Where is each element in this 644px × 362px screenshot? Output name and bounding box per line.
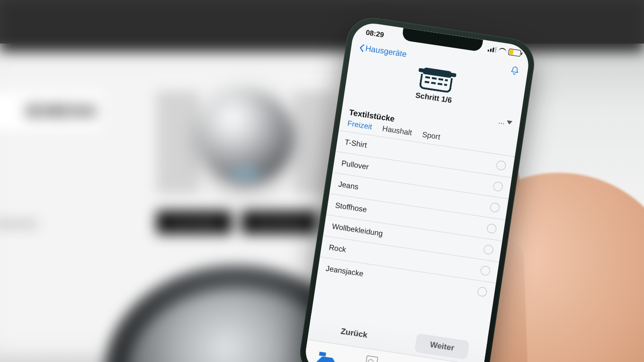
scene: IEMENS Less Ironing 60 Less Ironing 120 … — [0, 0, 644, 362]
chevron-left-icon — [358, 44, 365, 53]
back-step-button[interactable]: Zurück — [325, 320, 383, 347]
brand-plate: IEMENS — [0, 90, 104, 132]
brand-text: IEMENS — [25, 101, 97, 122]
list-item-label: Jeans — [338, 180, 359, 191]
status-time: 08:29 — [366, 28, 385, 38]
program-list-left — [156, 90, 199, 194]
laundry-basket-icon — [418, 67, 455, 93]
program-dial — [199, 90, 294, 185]
machine-button: Less Ironing 120 — [242, 211, 317, 234]
list-item-label: Jeansjacke — [325, 264, 364, 278]
home-icon — [316, 345, 340, 362]
list-item-label: Wollbekleidung — [331, 222, 384, 238]
radio-icon — [483, 244, 494, 255]
tab-sport[interactable]: Sport — [421, 130, 440, 141]
chevron-down-icon — [506, 120, 512, 125]
radio-icon — [490, 202, 501, 213]
next-step-button[interactable]: Weiter — [414, 333, 469, 360]
washer-icon — [365, 355, 378, 362]
isensoric-label: iSensoric — [0, 218, 38, 230]
more-label: ... — [498, 117, 505, 126]
cellular-icon — [488, 46, 497, 53]
list-item-label: Stoffhose — [335, 201, 367, 214]
radio-icon — [492, 181, 503, 192]
radio-icon — [480, 265, 491, 276]
tab-freizeit[interactable]: Freizeit — [347, 119, 373, 132]
radio-icon — [496, 160, 507, 171]
wifi-icon — [498, 47, 507, 54]
textile-list: T-Shirt Pullover Jeans Stoffhose Wollbek… — [317, 130, 515, 304]
bell-icon[interactable] — [509, 65, 521, 77]
radio-icon — [477, 286, 488, 297]
battery-icon — [508, 48, 521, 57]
machine-button: Less Ironing 60 — [156, 211, 232, 234]
list-item-label: T-Shirt — [344, 138, 367, 150]
list-item-label: Pullover — [341, 159, 369, 171]
list-item-label: Rock — [328, 243, 347, 254]
radio-icon — [486, 223, 497, 234]
